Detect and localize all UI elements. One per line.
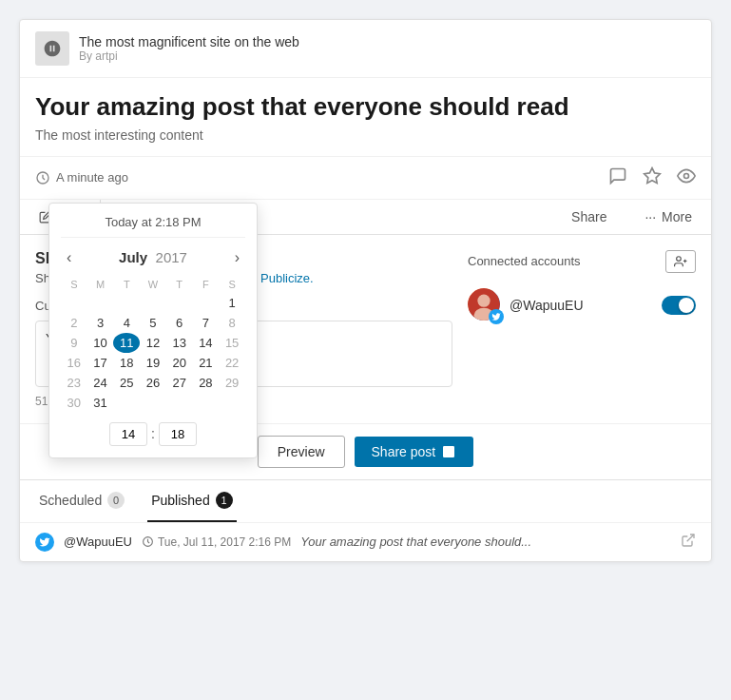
post-title: Your amazing post that everyone should r…: [20, 78, 711, 127]
time-input-area: :: [61, 422, 245, 446]
svg-point-8: [677, 257, 682, 262]
published-badge: 1: [216, 492, 233, 509]
cal-day-16[interactable]: 16: [61, 353, 87, 373]
cal-day-empty4: [140, 293, 166, 313]
site-by: By artpi: [79, 49, 299, 63]
cal-day-22[interactable]: 22: [219, 353, 245, 373]
cal-day-10[interactable]: 10: [87, 333, 114, 353]
published-label: Published: [151, 493, 210, 508]
cal-day-15[interactable]: 15: [219, 333, 245, 353]
cal-day-26[interactable]: 26: [140, 373, 166, 393]
cal-day-5[interactable]: 5: [140, 313, 166, 333]
cal-day-29[interactable]: 29: [219, 373, 245, 393]
share-label: Share: [571, 209, 606, 224]
cal-day-empty11: [219, 393, 245, 413]
toolbar: A minute ago Today at 2:18 PM ‹ July 201…: [20, 156, 711, 200]
cal-head-t: T: [113, 276, 140, 293]
cal-day-9[interactable]: 9: [61, 333, 87, 353]
connected-header: Connected accounts: [468, 250, 696, 273]
toolbar-right: [608, 166, 696, 189]
preview-button[interactable]: Preview: [258, 436, 345, 468]
cal-day-19[interactable]: 19: [140, 353, 166, 373]
cal-day-1[interactable]: 1: [219, 293, 245, 313]
cal-day-2[interactable]: 2: [61, 313, 87, 333]
add-account-button[interactable]: [665, 250, 696, 273]
connected-title: Connected accounts: [468, 254, 581, 268]
time-separator: :: [151, 426, 155, 441]
cal-row-3: 9 10 11 12 13 14 15: [61, 333, 245, 353]
post-row: @WapuuEU Tue, Jul 11, 2017 2:16 PM Your …: [20, 522, 711, 561]
cal-day-23[interactable]: 23: [61, 373, 87, 393]
cal-day-6[interactable]: 6: [166, 313, 193, 333]
row-time: Tue, Jul 11, 2017 2:16 PM: [142, 535, 291, 549]
tab-scheduled[interactable]: Scheduled 0: [35, 480, 128, 522]
row-time-text: Tue, Jul 11, 2017 2:16 PM: [158, 535, 291, 549]
cal-row-2: 2 3 4 5 6 7 8: [61, 313, 245, 333]
cal-prev-btn[interactable]: ‹: [61, 247, 77, 268]
cal-day-31[interactable]: 31: [87, 393, 114, 413]
account-row: @WapuuEU: [468, 282, 696, 328]
cal-day-14[interactable]: 14: [193, 333, 220, 353]
tabs-bar: Scheduled 0 Published 1: [20, 479, 711, 522]
site-name: The most magnificent site on the web: [79, 34, 299, 49]
cal-row-5: 23 24 25 26 27 28 29: [61, 373, 245, 393]
cal-day-25[interactable]: 25: [113, 373, 140, 393]
cal-day-empty8: [140, 393, 166, 413]
more-dots: ···: [644, 209, 656, 224]
scheduled-badge: 0: [107, 492, 125, 509]
external-link-icon[interactable]: [681, 533, 696, 552]
row-account: @WapuuEU: [64, 535, 132, 549]
svg-line-16: [687, 535, 694, 541]
cal-day-8[interactable]: 8: [219, 313, 245, 333]
view-icon[interactable]: [677, 166, 696, 189]
cal-day-21[interactable]: 21: [193, 353, 220, 373]
cal-head-s: S: [61, 276, 87, 293]
cal-row-4: 16 17 18 19 20 21 22: [61, 353, 245, 373]
account-toggle[interactable]: [662, 296, 696, 315]
cal-day-3[interactable]: 3: [87, 313, 114, 333]
cal-head-m: M: [87, 276, 114, 293]
site-info: The most magnificent site on the web By …: [79, 34, 299, 63]
time-ago-area: A minute ago: [35, 170, 128, 185]
scheduled-label: Scheduled: [39, 493, 102, 508]
cal-day-30[interactable]: 30: [61, 393, 87, 413]
cal-month: July: [119, 249, 147, 265]
svg-marker-1: [644, 167, 661, 183]
cal-day-empty5: [166, 293, 193, 313]
comment-icon[interactable]: [608, 166, 627, 189]
cal-day-24[interactable]: 24: [87, 373, 114, 393]
cal-day-12[interactable]: 12: [140, 333, 166, 353]
cal-day-empty6: [193, 293, 220, 313]
more-button[interactable]: ··· More: [625, 200, 711, 234]
tab-published[interactable]: Published 1: [147, 480, 237, 522]
cal-head-t2: T: [166, 276, 193, 293]
more-label: More: [662, 209, 692, 224]
minute-input[interactable]: [159, 422, 197, 446]
star-icon[interactable]: [643, 166, 662, 189]
cal-day-17[interactable]: 17: [87, 353, 114, 373]
cal-day-empty2: [87, 293, 114, 313]
hour-input[interactable]: [109, 422, 147, 446]
cal-day-empty9: [166, 393, 193, 413]
cal-day-empty1: [61, 293, 87, 313]
cal-day-18[interactable]: 18: [113, 353, 140, 373]
post-subtitle: The most interesting content: [20, 127, 711, 156]
share-post-label: Share post: [372, 444, 436, 459]
cal-head-w: W: [140, 276, 166, 293]
share-button[interactable]: Share: [547, 200, 625, 234]
cal-day-27[interactable]: 27: [166, 373, 193, 393]
cal-time-label: Today at 2:18 PM: [61, 215, 245, 238]
cal-day-7[interactable]: 7: [193, 313, 220, 333]
cal-next-btn[interactable]: ›: [229, 247, 245, 268]
publicize-link[interactable]: Publicize.: [260, 271, 314, 285]
cal-day-11[interactable]: 11: [113, 333, 140, 353]
right-panel: Connected accounts: [468, 250, 696, 408]
share-post-button[interactable]: Share post: [355, 437, 474, 467]
cal-day-28[interactable]: 28: [193, 373, 220, 393]
cal-day-13[interactable]: 13: [166, 333, 193, 353]
cal-day-empty10: [193, 393, 220, 413]
account-avatar-wrap: [468, 288, 502, 322]
cal-day-20[interactable]: 20: [166, 353, 193, 373]
main-card: The most magnificent site on the web By …: [19, 19, 712, 562]
cal-day-4[interactable]: 4: [113, 313, 140, 333]
